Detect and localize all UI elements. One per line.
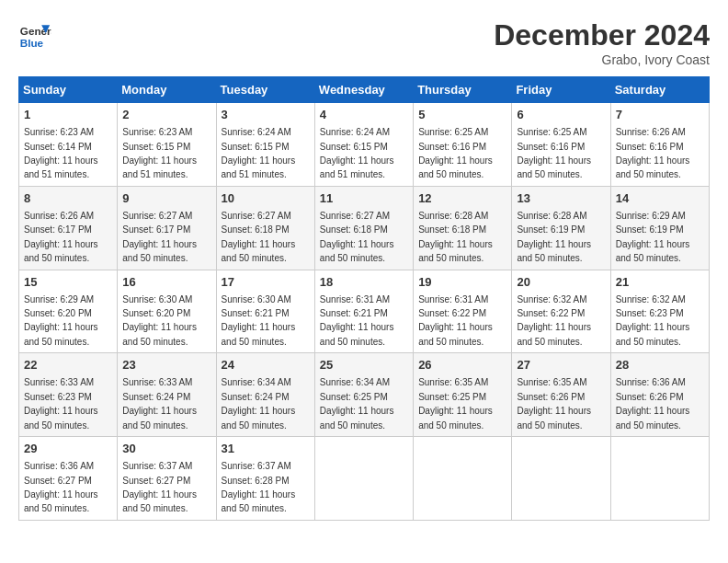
day-cell: 27Sunrise: 6:35 AMSunset: 6:26 PMDayligh… [512, 353, 610, 437]
day-cell: 4Sunrise: 6:24 AMSunset: 6:15 PMDaylight… [314, 103, 413, 187]
day-cell: 3Sunrise: 6:24 AMSunset: 6:15 PMDaylight… [216, 103, 314, 187]
day-cell: 22Sunrise: 6:33 AMSunset: 6:23 PMDayligh… [19, 353, 118, 437]
day-number: 9 [122, 190, 210, 207]
day-info: Sunrise: 6:35 AMSunset: 6:25 PMDaylight:… [418, 377, 493, 430]
month-title: December 2024 [494, 18, 710, 52]
logo: General Blue [18, 18, 51, 52]
day-cell: 21Sunrise: 6:32 AMSunset: 6:23 PMDayligh… [610, 270, 709, 353]
day-number: 15 [24, 274, 112, 291]
day-cell: 13Sunrise: 6:28 AMSunset: 6:19 PMDayligh… [512, 186, 610, 270]
calendar-table: SundayMondayTuesdayWednesdayThursdayFrid… [18, 76, 710, 521]
day-number: 16 [122, 274, 210, 291]
day-number: 12 [418, 190, 506, 207]
day-number: 27 [517, 357, 605, 373]
day-info: Sunrise: 6:35 AMSunset: 6:26 PMDaylight:… [517, 377, 591, 430]
page-header: General Blue December 2024 Grabo, Ivory … [18, 18, 710, 67]
day-number: 30 [122, 441, 210, 457]
week-row-5: 29Sunrise: 6:36 AMSunset: 6:27 PMDayligh… [19, 437, 710, 521]
day-info: Sunrise: 6:26 AMSunset: 6:17 PMDaylight:… [24, 211, 98, 263]
day-number: 14 [616, 190, 704, 207]
day-cell: 6Sunrise: 6:25 AMSunset: 6:16 PMDaylight… [512, 103, 610, 187]
day-info: Sunrise: 6:31 AMSunset: 6:21 PMDaylight:… [320, 294, 394, 347]
day-number: 17 [222, 274, 310, 291]
day-cell: 19Sunrise: 6:31 AMSunset: 6:22 PMDayligh… [414, 270, 512, 353]
day-info: Sunrise: 6:28 AMSunset: 6:18 PMDaylight:… [418, 211, 493, 263]
day-number: 23 [122, 357, 210, 373]
day-info: Sunrise: 6:36 AMSunset: 6:27 PMDaylight:… [24, 461, 98, 513]
day-number: 13 [517, 190, 605, 207]
day-info: Sunrise: 6:34 AMSunset: 6:24 PMDaylight:… [222, 377, 296, 430]
week-row-4: 22Sunrise: 6:33 AMSunset: 6:23 PMDayligh… [19, 353, 710, 437]
week-row-2: 8Sunrise: 6:26 AMSunset: 6:17 PMDaylight… [19, 186, 710, 270]
day-cell: 11Sunrise: 6:27 AMSunset: 6:18 PMDayligh… [314, 186, 413, 270]
day-number: 29 [24, 441, 112, 457]
col-header-saturday: Saturday [610, 77, 709, 103]
day-info: Sunrise: 6:24 AMSunset: 6:15 PMDaylight:… [222, 127, 296, 179]
col-header-tuesday: Tuesday [216, 77, 314, 103]
day-info: Sunrise: 6:32 AMSunset: 6:23 PMDaylight:… [616, 294, 690, 347]
day-info: Sunrise: 6:25 AMSunset: 6:16 PMDaylight:… [418, 127, 493, 179]
day-number: 18 [320, 274, 408, 291]
day-number: 21 [616, 274, 704, 291]
day-cell: 12Sunrise: 6:28 AMSunset: 6:18 PMDayligh… [414, 186, 512, 270]
col-header-monday: Monday [118, 77, 216, 103]
day-info: Sunrise: 6:33 AMSunset: 6:23 PMDaylight:… [24, 377, 98, 430]
day-cell: 30Sunrise: 6:37 AMSunset: 6:27 PMDayligh… [118, 437, 216, 521]
day-number: 25 [320, 357, 408, 373]
day-number: 6 [517, 107, 605, 123]
day-cell: 10Sunrise: 6:27 AMSunset: 6:18 PMDayligh… [216, 186, 314, 270]
day-number: 1 [24, 107, 112, 123]
day-cell: 31Sunrise: 6:37 AMSunset: 6:28 PMDayligh… [216, 437, 314, 521]
day-info: Sunrise: 6:27 AMSunset: 6:18 PMDaylight:… [222, 211, 296, 263]
day-info: Sunrise: 6:23 AMSunset: 6:15 PMDaylight:… [122, 127, 197, 179]
day-cell: 7Sunrise: 6:26 AMSunset: 6:16 PMDaylight… [610, 103, 709, 187]
day-cell [512, 437, 610, 521]
day-cell: 23Sunrise: 6:33 AMSunset: 6:24 PMDayligh… [118, 353, 216, 437]
day-number: 26 [418, 357, 506, 373]
day-info: Sunrise: 6:36 AMSunset: 6:26 PMDaylight:… [616, 377, 690, 430]
week-row-1: 1Sunrise: 6:23 AMSunset: 6:14 PMDaylight… [19, 103, 710, 187]
day-cell: 28Sunrise: 6:36 AMSunset: 6:26 PMDayligh… [610, 353, 709, 437]
day-info: Sunrise: 6:23 AMSunset: 6:14 PMDaylight:… [24, 127, 98, 179]
day-cell: 9Sunrise: 6:27 AMSunset: 6:17 PMDaylight… [118, 186, 216, 270]
day-number: 31 [222, 441, 310, 457]
day-number: 28 [616, 357, 704, 373]
day-info: Sunrise: 6:26 AMSunset: 6:16 PMDaylight:… [616, 127, 690, 179]
day-number: 5 [418, 107, 506, 123]
day-cell: 17Sunrise: 6:30 AMSunset: 6:21 PMDayligh… [216, 270, 314, 353]
day-cell: 18Sunrise: 6:31 AMSunset: 6:21 PMDayligh… [314, 270, 413, 353]
day-number: 11 [320, 190, 408, 207]
col-header-wednesday: Wednesday [314, 77, 413, 103]
col-header-thursday: Thursday [414, 77, 512, 103]
day-number: 20 [517, 274, 605, 291]
day-cell [414, 437, 512, 521]
day-number: 8 [24, 190, 112, 207]
day-info: Sunrise: 6:24 AMSunset: 6:15 PMDaylight:… [320, 127, 394, 179]
day-number: 10 [222, 190, 310, 207]
day-cell: 25Sunrise: 6:34 AMSunset: 6:25 PMDayligh… [314, 353, 413, 437]
day-cell: 16Sunrise: 6:30 AMSunset: 6:20 PMDayligh… [118, 270, 216, 353]
col-header-sunday: Sunday [19, 77, 118, 103]
day-info: Sunrise: 6:27 AMSunset: 6:17 PMDaylight:… [122, 211, 197, 263]
day-info: Sunrise: 6:31 AMSunset: 6:22 PMDaylight:… [418, 294, 493, 347]
day-number: 22 [24, 357, 112, 373]
day-number: 3 [222, 107, 310, 123]
day-info: Sunrise: 6:29 AMSunset: 6:19 PMDaylight:… [616, 211, 690, 263]
day-number: 24 [222, 357, 310, 373]
day-cell: 14Sunrise: 6:29 AMSunset: 6:19 PMDayligh… [610, 186, 709, 270]
day-info: Sunrise: 6:28 AMSunset: 6:19 PMDaylight:… [517, 211, 591, 263]
day-info: Sunrise: 6:33 AMSunset: 6:24 PMDaylight:… [122, 377, 197, 430]
day-info: Sunrise: 6:29 AMSunset: 6:20 PMDaylight:… [24, 294, 98, 347]
location: Grabo, Ivory Coast [494, 52, 710, 67]
day-info: Sunrise: 6:37 AMSunset: 6:27 PMDaylight:… [122, 461, 197, 513]
day-info: Sunrise: 6:32 AMSunset: 6:22 PMDaylight:… [517, 294, 591, 347]
day-info: Sunrise: 6:30 AMSunset: 6:20 PMDaylight:… [122, 294, 197, 347]
title-block: December 2024 Grabo, Ivory Coast [494, 18, 710, 67]
day-number: 2 [122, 107, 210, 123]
day-cell: 20Sunrise: 6:32 AMSunset: 6:22 PMDayligh… [512, 270, 610, 353]
day-cell [610, 437, 709, 521]
day-number: 7 [616, 107, 704, 123]
day-cell: 8Sunrise: 6:26 AMSunset: 6:17 PMDaylight… [19, 186, 118, 270]
day-info: Sunrise: 6:34 AMSunset: 6:25 PMDaylight:… [320, 377, 394, 430]
day-cell [314, 437, 413, 521]
